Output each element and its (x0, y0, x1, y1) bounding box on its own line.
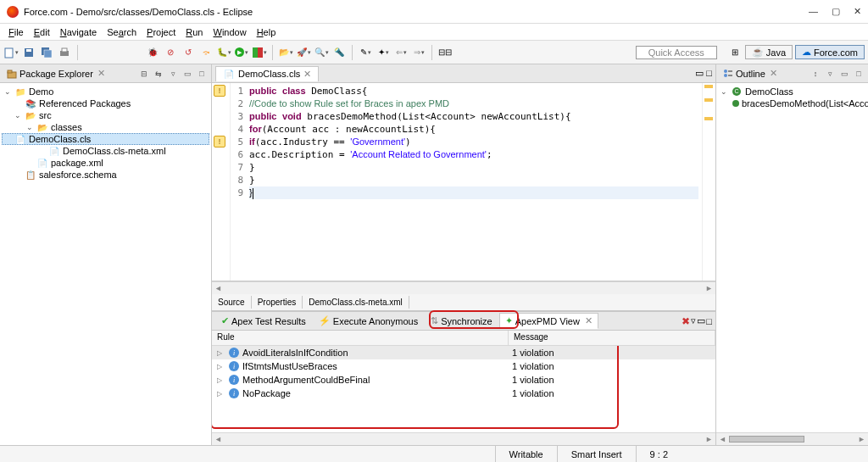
warning-marker-icon[interactable]: ! (214, 85, 225, 97)
tree-file-democlass-meta[interactable]: 📄DemoClass.cls-meta.xml (2, 145, 209, 157)
maximize-editor-icon[interactable]: □ (706, 68, 712, 79)
sort-icon[interactable]: ↕ (810, 68, 821, 80)
quick-access[interactable]: Quick Access (636, 46, 717, 59)
link-editor-icon[interactable]: ⇆ (153, 68, 164, 80)
pin-icon[interactable]: ⊟⊟ (437, 45, 453, 60)
svg-rect-0 (5, 48, 13, 58)
tab-meta-xml[interactable]: DemoClass.cls-meta.xml (303, 296, 409, 309)
tree-salesforce-schema[interactable]: 📋salesforce.schema (2, 169, 209, 181)
stop-icon[interactable]: ⊘ (163, 45, 178, 60)
tree-src[interactable]: src (39, 110, 52, 120)
menu-run[interactable]: Run (181, 25, 208, 39)
menu-file[interactable]: File (3, 25, 29, 39)
save-all-button[interactable] (39, 45, 54, 60)
ql-icon[interactable]: 🔍 (314, 45, 329, 60)
col-rule[interactable]: Rule (212, 331, 509, 345)
tree-classes[interactable]: classes (51, 122, 82, 132)
rocket-icon[interactable]: 🚀 (296, 45, 311, 60)
minimize-view-icon[interactable]: ▭ (697, 315, 705, 326)
col-message[interactable]: Message (509, 331, 715, 345)
code-editor[interactable]: ! ! 123456789 public class DemoClass{ //… (212, 83, 715, 281)
package-explorer-tab[interactable]: Package Explorer ✕ (3, 66, 108, 81)
perspective-forcecom[interactable]: ☁Force.com (795, 45, 865, 59)
open-type-icon[interactable]: 📂 (278, 45, 293, 60)
editor-tab-democlass[interactable]: 📄 DemoClass.cls ✕ (215, 66, 319, 81)
bottom-tabs: ✔Apex Test Results ⚡Execute Anonymous ⇅S… (212, 312, 715, 331)
menu-window[interactable]: Window (208, 25, 251, 39)
close-button[interactable]: ✕ (854, 6, 861, 17)
forward-icon[interactable]: ⇒ (411, 45, 426, 60)
bug-icon[interactable]: 🐛 (216, 45, 231, 60)
outline-method[interactable]: bracesDemoMethod(List<Accou (742, 98, 868, 109)
save-button[interactable] (21, 45, 36, 60)
wand-icon[interactable]: ✦ (376, 45, 391, 60)
cls-file-icon: 📄 (223, 69, 235, 79)
tab-apexpmd-view[interactable]: ✦ApexPMD View✕ (499, 313, 598, 329)
maximize-button[interactable]: ▢ (832, 6, 840, 17)
table-row[interactable]: ▷iNoPackage 1 violation (212, 387, 715, 400)
outline-icon (723, 69, 733, 79)
tab-synchronize[interactable]: ⇅Synchronize (425, 313, 498, 329)
bottom-h-scrollbar[interactable]: ◄► (212, 432, 715, 445)
tab-properties[interactable]: Properties (252, 296, 303, 309)
violations-table[interactable]: ▷iAvoidLiteralsInIfCondition 1 violation… (212, 346, 715, 432)
back-icon[interactable]: ⇐ (393, 45, 409, 60)
editor-bottom-tabs: Source Properties DemoClass.cls-meta.xml (212, 294, 715, 311)
menu-project[interactable]: Project (142, 25, 181, 39)
schema-icon: 📋 (25, 170, 36, 180)
status-bar: Writable Smart Insert 9 : 2 (0, 445, 868, 462)
outline-tab[interactable]: Outline ✕ (720, 66, 781, 81)
minimize-editor-icon[interactable]: ▭ (695, 68, 704, 79)
tab-source[interactable]: Source (212, 296, 252, 309)
package-tree[interactable]: ⌄📁Demo 📚Referenced Packages ⌄📂src ⌄📂clas… (0, 83, 211, 445)
tree-package-xml[interactable]: 📄package.xml (2, 157, 209, 169)
coverage-icon[interactable] (252, 45, 267, 60)
outline-class[interactable]: DemoClass (745, 86, 793, 97)
view-menu-icon[interactable]: ▿ (167, 68, 179, 80)
new-button[interactable] (3, 45, 19, 60)
tab-execute-anonymous[interactable]: ⚡Execute Anonymous (313, 313, 424, 329)
print-button[interactable] (57, 45, 72, 60)
menu-search[interactable]: Search (102, 25, 142, 39)
tree-project[interactable]: Demo (29, 86, 53, 97)
minimize-button[interactable]: — (809, 6, 818, 17)
maximize-view-icon[interactable]: □ (706, 316, 712, 326)
code-area[interactable]: public class DemoClass{ //Code to show R… (246, 83, 702, 281)
window-title: Force.com - Demo/src/classes/DemoClass.c… (24, 7, 809, 17)
outline-h-scrollbar[interactable]: ◄► (716, 432, 868, 445)
maximize-view-icon[interactable]: □ (853, 68, 865, 80)
perspective-java[interactable]: ☕Java (745, 45, 793, 59)
package-explorer-icon (7, 69, 17, 79)
collapse-all-icon[interactable]: ⊟ (138, 68, 150, 80)
debug-icon[interactable]: 🐞 (145, 45, 160, 60)
minimize-view-icon[interactable]: ▭ (181, 68, 193, 80)
warning-marker-icon[interactable]: ! (214, 136, 225, 148)
tree-ref-packages[interactable]: Referenced Packages (39, 98, 131, 109)
info-icon: i (229, 388, 239, 398)
view-menu-icon[interactable]: ▿ (824, 68, 836, 80)
folder-icon: 📂 (25, 110, 36, 120)
menu-edit[interactable]: Edit (29, 25, 55, 39)
skip-icon[interactable]: ⤼ (198, 45, 214, 60)
table-row[interactable]: ▷iAvoidLiteralsInIfCondition 1 violation (212, 346, 715, 359)
maximize-view-icon[interactable]: □ (196, 68, 208, 80)
tree-file-democlass[interactable]: 📄DemoClass.cls (2, 133, 209, 145)
view-menu-icon[interactable]: ▿ (691, 315, 696, 326)
tab-apex-test-results[interactable]: ✔Apex Test Results (215, 313, 312, 329)
run-button[interactable]: ▶ (234, 45, 249, 60)
table-row[interactable]: ▷iIfStmtsMustUseBraces 1 violation (212, 359, 715, 373)
delete-icon[interactable]: ✖ (682, 315, 690, 327)
flashlight-icon[interactable]: 🔦 (331, 45, 347, 60)
open-perspective-icon[interactable]: ⊞ (727, 45, 743, 60)
outline-tree[interactable]: ⌄CDemoClass bracesDemoMethod(List<Accou (716, 83, 868, 432)
menu-navigate[interactable]: Navigate (55, 25, 102, 39)
info-icon: i (229, 348, 239, 358)
paint-icon[interactable]: ✎ (358, 45, 373, 60)
svg-rect-8 (258, 47, 263, 58)
overview-ruler[interactable] (702, 83, 715, 281)
table-row[interactable]: ▷iMethodArgumentCouldBeFinal 1 violation (212, 373, 715, 387)
minimize-view-icon[interactable]: ▭ (838, 68, 850, 80)
relaunch-icon[interactable]: ↺ (181, 45, 196, 60)
editor-h-scrollbar[interactable]: ◄► (212, 281, 715, 294)
menu-help[interactable]: Help (252, 25, 281, 39)
